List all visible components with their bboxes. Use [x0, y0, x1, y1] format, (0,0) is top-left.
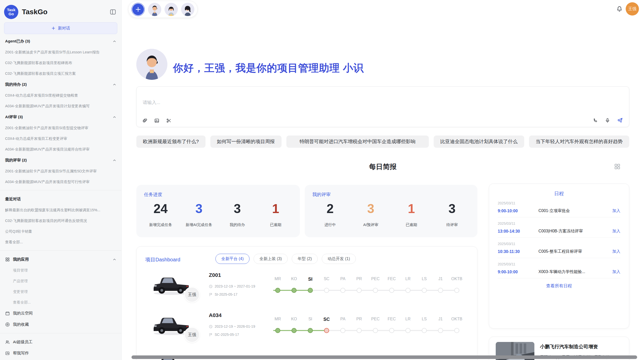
sidebar-item[interactable]: C0X4-动力总成开发项目SI里程碑提交物检查	[5, 90, 116, 101]
phone-call-icon[interactable]	[593, 118, 598, 123]
horizontal-scrollbar[interactable]	[131, 355, 637, 359]
notification-bell-icon[interactable]	[616, 6, 623, 12]
sidebar-item[interactable]: C02-飞腾新能源轻客改款项目立项汇报方案	[5, 68, 116, 79]
milestone-label: LS	[416, 317, 432, 322]
join-link[interactable]: 加入	[612, 269, 620, 275]
suggestion-chips: 欧洲新规最近颁布了什么? 如何写一份清晰的项目周报 特朗普可能对进口汽车增税会对…	[136, 136, 629, 148]
collapse-sidebar-icon[interactable]	[110, 9, 116, 15]
send-icon[interactable]	[617, 117, 623, 123]
microphone-icon[interactable]	[605, 118, 610, 123]
sidebar-item-creative-drawing[interactable]: 创意制图	[5, 359, 116, 360]
recent-chat-item[interactable]: 公司Q3轻卡销量	[5, 226, 116, 237]
metric-new-done: 24 新增完成任务	[141, 201, 180, 227]
sidebar-scroll: Agent已办 (3) Z001-全新燃油皮卡产品开发项目SI节点Lesson …	[0, 34, 121, 360]
agent-avatar-3[interactable]	[181, 3, 194, 16]
new-chat-button[interactable]: 新对话	[4, 22, 117, 34]
owner-name: 王强	[188, 332, 196, 338]
sidebar-item[interactable]: Z001-全新燃油皮卡产品开发项目SI节点Lesson Learn报告	[5, 47, 116, 57]
milestone-node	[454, 328, 459, 333]
main-area: 王强 你好，王强，我是你的项目管理助理 小识 欧洲新规最近颁布了什么? 如何写一…	[122, 0, 644, 360]
sidebar-item[interactable]: C0X4-动力总成开发项目工程变更评审	[5, 133, 116, 144]
suggestion-chip[interactable]: 特朗普可能对进口汽车增税会对中国车企造成哪些影响	[286, 136, 429, 148]
agent-avatar-2[interactable]	[165, 3, 178, 16]
metric-label: 已逾期	[391, 222, 432, 227]
milestone-node-done	[291, 328, 297, 333]
metric-value: 3	[350, 201, 391, 217]
composer-right-icons	[593, 117, 623, 123]
milestone-label: OKTB	[449, 277, 465, 282]
sidebar-item[interactable]: A034-全新新能源MUV产品开发项目法规符合性评审	[5, 144, 116, 155]
filter-powertrain[interactable]: 动总开发 (1)	[322, 254, 356, 264]
app-item-project-mgmt[interactable]: 项目管理	[5, 265, 116, 276]
milestone-node	[454, 288, 459, 293]
sidebar-item[interactable]: A034-全新新能源MUV产品开发项目计划变更表编写	[5, 101, 116, 111]
project-flag: SI-2025-05-17	[209, 292, 238, 296]
taskgo-app: Task Go TaskGo 新对话 Agent已办 (3) Z001-全新燃油…	[0, 0, 644, 360]
milestone-label: FEC	[384, 317, 400, 322]
app-item-product-mgmt[interactable]: 产品管理	[5, 276, 116, 286]
metric-ai-prereview: 3 AI预评审	[350, 201, 391, 227]
writing-icon	[5, 351, 10, 356]
attachment-icon[interactable]	[142, 118, 148, 123]
card-title: 我的评审	[312, 191, 331, 198]
new-chat-label: 新对话	[58, 26, 70, 31]
suggestion-chip[interactable]: 欧洲新规最近颁布了什么?	[136, 136, 206, 148]
metric-overdue: 1 已逾期	[391, 201, 432, 227]
scissors-icon[interactable]	[166, 118, 171, 123]
view-all-schedule-link[interactable]: 查看所有日程	[489, 283, 629, 289]
recent-chat-item[interactable]: C02-飞腾新能源轻客改款项目的闭环通告反馈情况	[5, 215, 116, 226]
suggestion-chip[interactable]: 如何写一份清晰的项目周报	[210, 136, 282, 148]
sidebar-item-cloud-space[interactable]: 我的云空间	[5, 308, 116, 319]
section-header-recent-chats[interactable]: 最近对话	[5, 193, 116, 205]
section-header-ai-review[interactable]: AI评审 (3)	[5, 111, 116, 123]
milestone-node-alert	[324, 328, 329, 333]
sidebar-item[interactable]: Z001-全新燃油轻卡产品开发项目SI节点属性5D文件评审	[5, 166, 116, 176]
metric-pending-review: 3 待评审	[432, 201, 472, 227]
metric-label: 新增完成任务	[141, 222, 180, 227]
filter-new-body[interactable]: 全新上装 (3)	[254, 254, 288, 264]
logo-line1: Task	[7, 8, 15, 12]
user-avatar[interactable]: 王强	[626, 2, 639, 16]
milestone-labels: MR KO SI SC PA PR PEC FEC LR LS J1 OKTB	[270, 317, 465, 322]
add-agent-button[interactable]	[131, 3, 145, 16]
chat-composer	[136, 86, 629, 127]
app-item-view-all[interactable]: 查看全部...	[5, 297, 116, 308]
agent-avatar-1[interactable]	[148, 3, 161, 16]
sidebar: Task Go TaskGo 新对话 Agent已办 (3) Z001-全新燃油…	[0, 0, 122, 360]
project-code[interactable]: A034	[209, 312, 222, 318]
join-link[interactable]: 加入	[612, 249, 620, 254]
section-header-my-todo[interactable]: 我的待办 (2)	[5, 79, 116, 90]
recent-chat-item[interactable]: 解释最新出台的欧盟报废车法规再生塑料比例被调至15%...	[5, 205, 116, 215]
project-code[interactable]: Z001	[209, 272, 221, 278]
filter-year-model[interactable]: 年型 (2)	[292, 254, 318, 264]
schedule-date: 2025/03/11	[498, 242, 620, 246]
join-link[interactable]: 加入	[612, 229, 620, 234]
filter-new-platform[interactable]: 全新平台 (4)	[215, 254, 250, 264]
chat-input[interactable]	[143, 99, 550, 110]
app-item-change-mgmt[interactable]: 变更管理	[5, 286, 116, 297]
sidebar-item-favorites[interactable]: 我的收藏	[5, 319, 116, 330]
cloud-space-label: 我的云空间	[13, 311, 33, 316]
layout-grid-icon[interactable]	[614, 163, 621, 170]
recent-chat-view-all[interactable]: 查看全部...	[5, 237, 116, 247]
sidebar-item-ai-super-staff[interactable]: AI超级员工	[5, 336, 116, 348]
section-header-my-review[interactable]: 我的评审 (2)	[5, 155, 116, 166]
sidebar-item-help-me-write[interactable]: 帮我写作	[5, 348, 116, 359]
milestone-label: PEC	[367, 317, 384, 322]
milestone-node	[340, 328, 345, 333]
milestone-node	[340, 288, 345, 293]
sidebar-item[interactable]: C02-飞腾新能源轻客改款项目里程碑画布	[5, 57, 116, 68]
metric-label: 进行中	[310, 222, 350, 227]
suggestion-chip[interactable]: 当下年轻人对汽车外观有怎样的喜好趋势	[529, 136, 629, 148]
join-link[interactable]: 加入	[612, 208, 620, 214]
plus-icon	[51, 26, 55, 30]
sidebar-item[interactable]: A034-全新新能源MUV产品开发项目造型可行性评审	[5, 176, 116, 187]
favorites-label: 我的收藏	[13, 322, 29, 327]
schedule-row: 2025/03/11 13:00-14:30 C003|H0B-方案冻结评审 加…	[498, 217, 620, 238]
clock-icon	[209, 284, 213, 288]
section-header-my-apps[interactable]: 我的应用	[5, 254, 116, 265]
suggestion-chip[interactable]: 比亚迪全固态电池计划具体说了什么	[434, 136, 524, 148]
image-upload-icon[interactable]	[154, 118, 159, 123]
section-header-agent-done[interactable]: Agent已办 (3)	[5, 36, 116, 47]
sidebar-item[interactable]: Z001-全新燃油轻卡产品开发项目SI造型提交物评审	[5, 123, 116, 133]
